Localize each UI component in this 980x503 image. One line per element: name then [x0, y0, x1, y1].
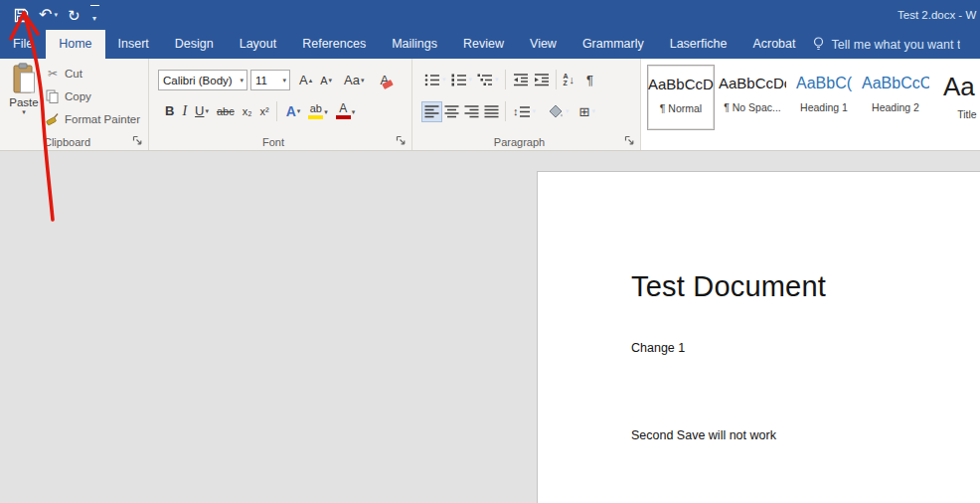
format-painter-icon [46, 112, 60, 126]
font-color-icon: A [336, 103, 351, 119]
format-painter-button[interactable]: Format Painter [46, 112, 140, 126]
borders-grid-icon: ⊞ [579, 104, 590, 119]
paste-button[interactable]: Paste ▾ [3, 63, 45, 146]
line-spacing-lines-icon [519, 104, 531, 119]
justify-icon [484, 104, 499, 119]
paragraph-group-label: Paragraph [412, 136, 626, 148]
paste-label: Paste [3, 96, 45, 108]
show-formatting-marks-button[interactable]: ¶ [584, 71, 595, 89]
save-button[interactable] [14, 8, 29, 23]
strikethrough-button[interactable]: abc [214, 102, 238, 120]
align-center-button[interactable] [442, 102, 461, 121]
font-group-label: Font [149, 136, 398, 148]
copy-button[interactable]: Copy [46, 89, 91, 103]
copy-label: Copy [65, 90, 91, 102]
bold-button[interactable]: B [162, 102, 177, 120]
align-center-icon [444, 104, 459, 119]
clear-formatting-button[interactable]: A [377, 72, 392, 89]
sort-button[interactable]: A Z ↓ [562, 71, 577, 88]
sort-icon: A Z [564, 73, 569, 86]
font-size-caret-icon: ▾ [282, 77, 286, 84]
paragraph-group: ▾ ▾ [412, 59, 641, 150]
style-heading-1[interactable]: AaBbC( Heading 1 [790, 65, 858, 130]
increase-indent-button[interactable] [532, 71, 552, 89]
text-effects-icon: A [286, 104, 296, 118]
justify-button[interactable] [482, 102, 501, 121]
shrink-font-button[interactable]: A ▾ [317, 72, 335, 89]
underline-icon: U [195, 104, 204, 118]
customize-quick-access-button[interactable]: ▾ [90, 5, 99, 25]
tab-layout[interactable]: Layout [227, 30, 290, 59]
clipboard-dialog-launcher[interactable] [132, 135, 143, 146]
change-case-button[interactable]: Aa ▾ [341, 72, 367, 89]
undo-icon: ↶ [39, 7, 52, 23]
format-painter-label: Format Painter [65, 113, 140, 125]
font-family-value: Calibri (Body) [163, 75, 233, 86]
lightbulb-icon [812, 37, 825, 52]
tab-grammarly[interactable]: Grammarly [570, 30, 657, 59]
window-title: Test 2.docx - W [898, 9, 976, 21]
highlight-icon: ab [308, 103, 323, 119]
titlebar: ↶ ▾ ↻ ▾ Test 2.docx - W [0, 0, 980, 30]
paint-bucket-icon [548, 104, 564, 119]
multilevel-list-button[interactable]: ▾ [475, 71, 501, 89]
tab-home[interactable]: Home [46, 30, 104, 59]
font-family-combobox[interactable]: Calibri (Body) ▾ [158, 70, 247, 90]
numbering-icon [451, 73, 467, 87]
style-preview: AaBbCcDc [648, 75, 714, 93]
undo-dropdown-caret-icon: ▾ [54, 11, 58, 19]
shading-button[interactable]: ▾ [546, 102, 572, 121]
grow-font-button[interactable]: A ▴ [296, 72, 315, 89]
undo-button[interactable]: ↶ ▾ [39, 7, 58, 23]
text-effects-button[interactable]: A ▾ [283, 102, 304, 120]
style-heading-2[interactable]: AaBbCcC Heading 2 [862, 65, 929, 130]
redo-button[interactable]: ↻ [68, 8, 81, 23]
copy-icon [46, 89, 60, 103]
italic-button[interactable]: I [179, 102, 190, 120]
align-right-button[interactable] [462, 102, 481, 121]
tab-references[interactable]: References [289, 30, 379, 59]
increase-indent-icon [534, 73, 550, 87]
font-dialog-launcher[interactable] [396, 135, 407, 146]
style-title[interactable]: Aa Title [933, 65, 980, 130]
underline-button[interactable]: U ▾ [192, 102, 212, 120]
document-workspace: Test Document Change 1 Second Save will … [0, 151, 980, 503]
tell-me-box[interactable]: Tell me what you want t [812, 30, 960, 59]
tab-acrobat[interactable]: Acrobat [739, 30, 808, 59]
subscript-button[interactable]: x₂ [240, 102, 255, 120]
tab-file[interactable]: File [0, 30, 46, 59]
paragraph-dialog-launcher[interactable] [624, 135, 635, 146]
style-normal[interactable]: AaBbCcDc ¶ Normal [647, 65, 715, 130]
tab-insert[interactable]: Insert [105, 30, 162, 59]
tell-me-label: Tell me what you want t [831, 38, 960, 52]
style-name: Title [933, 108, 980, 120]
style-preview: AaBbC( [790, 74, 858, 92]
cut-button[interactable]: ✂ Cut [46, 67, 82, 81]
align-right-icon [464, 104, 479, 119]
tab-mailings[interactable]: Mailings [379, 30, 450, 59]
tab-laserfiche[interactable]: Laserfiche [657, 30, 740, 59]
document-title-text[interactable]: Test Document [631, 267, 968, 305]
document-paragraph[interactable]: Second Save will not work [631, 428, 968, 442]
superscript-button[interactable]: x² [257, 102, 272, 120]
text-highlight-button[interactable]: ab ▾ [305, 101, 331, 121]
font-color-button[interactable]: A ▾ [333, 101, 359, 121]
document-paragraph[interactable]: Change 1 [631, 341, 968, 355]
tab-review[interactable]: Review [450, 30, 517, 59]
align-left-button[interactable] [422, 102, 441, 121]
numbering-button[interactable]: ▾ [449, 71, 475, 89]
style-name: Heading 1 [790, 101, 858, 113]
clipboard-group-label: Clipboard [0, 136, 134, 148]
font-size-combobox[interactable]: 11 ▾ [250, 70, 290, 90]
tab-design[interactable]: Design [162, 30, 227, 59]
line-spacing-button[interactable]: ↕ ▾ [511, 102, 538, 121]
style-no-spacing[interactable]: AaBbCcDc ¶ No Spac... [719, 65, 786, 130]
paste-clipboard-icon [3, 63, 45, 94]
font-group: Calibri (Body) ▾ 11 ▾ A ▴ A ▾ Aa ▾ [149, 59, 412, 150]
document-page[interactable]: Test Document Change 1 Second Save will … [537, 171, 980, 503]
tab-view[interactable]: View [517, 30, 570, 59]
decrease-indent-button[interactable] [511, 71, 531, 89]
style-name: ¶ Normal [648, 102, 714, 114]
bullets-button[interactable]: ▾ [422, 71, 448, 89]
borders-button[interactable]: ⊞ ▾ [577, 102, 597, 121]
